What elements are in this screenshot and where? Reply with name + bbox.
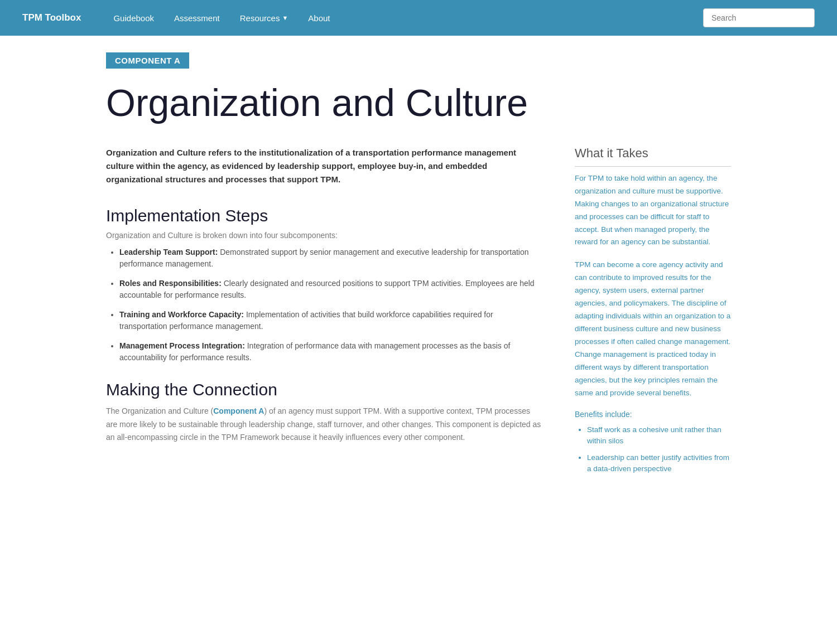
nav-link-resources[interactable]: Resources ▼ [230,0,299,36]
component-badge: COMPONENT A [106,52,189,69]
list-item: Management Process Integration: Integrat… [119,340,541,364]
content-columns: Organization and Culture refers to the i… [106,146,731,481]
connection-text: The Organization and Culture (Component … [106,405,541,444]
search-container [703,8,815,27]
nav-brand[interactable]: TPM Toolbox [22,12,81,23]
nav-link-assessment[interactable]: Assessment [164,0,230,36]
list-item: Roles and Responsibilities: Clearly desi… [119,278,541,301]
connection-text-before: The Organization and Culture ( [106,406,213,415]
list-item: Leadership Team Support: Demonstrated su… [119,246,541,270]
item-label: Roles and Responsibilities: [119,279,222,288]
main-content: Organization and Culture refers to the i… [106,146,541,444]
list-item: Training and Workforce Capacity: Impleme… [119,309,541,332]
sidebar-title: What it Takes [575,146,731,167]
sidebar: What it Takes For TPM to take hold withi… [575,146,731,481]
nav-link-about[interactable]: About [298,0,340,36]
search-input[interactable] [703,8,815,27]
item-label: Leadership Team Support: [119,248,218,256]
sidebar-benefits-list: Staff work as a cohesive unit rather tha… [575,424,731,475]
chevron-down-icon: ▼ [282,14,288,21]
list-item: Leadership can better justify activities… [587,452,731,475]
sidebar-para-2: TPM can become a core agency activity an… [575,259,731,399]
list-item: Staff work as a cohesive unit rather tha… [587,424,731,447]
component-a-link[interactable]: Component A [213,406,264,415]
nav-links: Guidebook Assessment Resources ▼ About [103,0,703,36]
nav-link-guidebook[interactable]: Guidebook [103,0,164,36]
sidebar-para-1: For TPM to take hold within an agency, t… [575,172,731,249]
connection-heading: Making the Connection [106,380,541,399]
page-title: Organization and Culture [106,82,731,124]
item-label: Training and Workforce Capacity: [119,310,244,319]
implementation-list: Leadership Team Support: Demonstrated su… [106,246,541,364]
intro-paragraph: Organization and Culture refers to the i… [106,146,541,186]
implementation-heading: Implementation Steps [106,206,541,225]
main-nav: TPM Toolbox Guidebook Assessment Resourc… [0,0,837,36]
sidebar-benefits-label: Benefits include: [575,410,731,419]
item-label: Management Process Integration: [119,341,245,350]
page-wrapper: COMPONENT A Organization and Culture Org… [84,36,753,514]
implementation-subheading: Organization and Culture is broken down … [106,231,541,240]
